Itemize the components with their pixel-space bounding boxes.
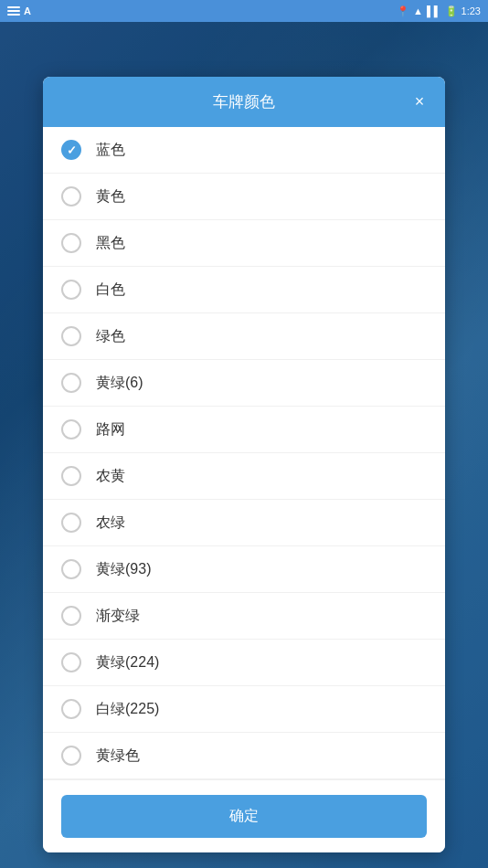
option-label-white-green-225: 白绿(225) [96,700,159,719]
radio-black [61,233,81,253]
radio-gradient-green [61,606,81,626]
radio-blue [61,140,81,160]
option-label-blue: 蓝色 [96,141,125,160]
option-agri-yellow[interactable]: 农黄 [43,453,445,500]
option-label-yellow-green-6: 黄绿(6) [96,374,143,393]
radio-white-green-225 [61,699,81,719]
battery-icon: 🔋 [445,5,458,17]
status-bar-left: A [7,5,31,16]
status-bar-right: 📍 ▲ ▌▌ 🔋 1:23 [397,5,481,17]
radio-yellow-green-93 [61,559,81,579]
option-gradient-green[interactable]: 渐变绿 [43,593,445,640]
radio-yellow-green-6 [61,373,81,393]
option-white[interactable]: 白色 [43,267,445,313]
option-label-yellow-green-224: 黄绿(224) [96,653,159,672]
option-label-yellow: 黄色 [96,187,125,206]
option-label-white: 白色 [96,281,125,300]
option-label-agri-green: 农绿 [96,513,125,533]
option-yellow-green-93[interactable]: 黄绿(93) [43,546,445,593]
dialog-body: 蓝色 黄色 黑色 白色 绿色 黄绿(6) [43,127,445,779]
radio-yellow [61,186,81,206]
confirm-button[interactable]: 确定 [61,795,427,838]
radio-agri-yellow [61,466,81,486]
option-road-net[interactable]: 路网 [43,407,445,453]
location-icon: 📍 [397,5,409,17]
option-label-green: 绿色 [96,327,125,346]
radio-yellow-green-color [61,746,81,766]
option-yellow-green-color[interactable]: 黄绿色 [43,733,445,779]
close-button[interactable]: × [408,91,430,113]
option-label-agri-yellow: 农黄 [96,467,125,486]
dialog-backdrop: 车牌颜色 × 蓝色 黄色 黑色 白色 绿色 [0,22,488,868]
option-yellow[interactable]: 黄色 [43,174,445,220]
option-label-yellow-green-color: 黄绿色 [96,746,140,766]
option-black[interactable]: 黑色 [43,220,445,267]
dialog-header: 车牌颜色 × [43,77,445,127]
option-agri-green[interactable]: 农绿 [43,500,445,546]
dialog-title: 车牌颜色 [213,91,275,112]
a-icon: A [24,5,31,16]
radio-agri-green [61,513,81,533]
option-label-yellow-green-93: 黄绿(93) [96,560,151,579]
color-picker-dialog: 车牌颜色 × 蓝色 黄色 黑色 白色 绿色 [43,77,445,852]
radio-white [61,280,81,300]
option-label-black: 黑色 [96,234,125,253]
menu-icon [7,6,20,16]
radio-road-net [61,419,81,439]
wifi-icon: ▲ [413,5,423,16]
option-blue[interactable]: 蓝色 [43,127,445,174]
time-display: 1:23 [461,5,481,16]
option-label-gradient-green: 渐变绿 [96,607,140,626]
option-white-green-225[interactable]: 白绿(225) [43,686,445,733]
option-yellow-green-6[interactable]: 黄绿(6) [43,360,445,407]
dialog-footer: 确定 [43,779,445,852]
option-label-road-net: 路网 [96,420,125,439]
option-yellow-green-224[interactable]: 黄绿(224) [43,640,445,686]
status-bar: A 📍 ▲ ▌▌ 🔋 1:23 [0,0,488,22]
signal-icon: ▌▌ [427,5,441,16]
option-green[interactable]: 绿色 [43,313,445,360]
radio-green [61,326,81,346]
radio-yellow-green-224 [61,652,81,672]
